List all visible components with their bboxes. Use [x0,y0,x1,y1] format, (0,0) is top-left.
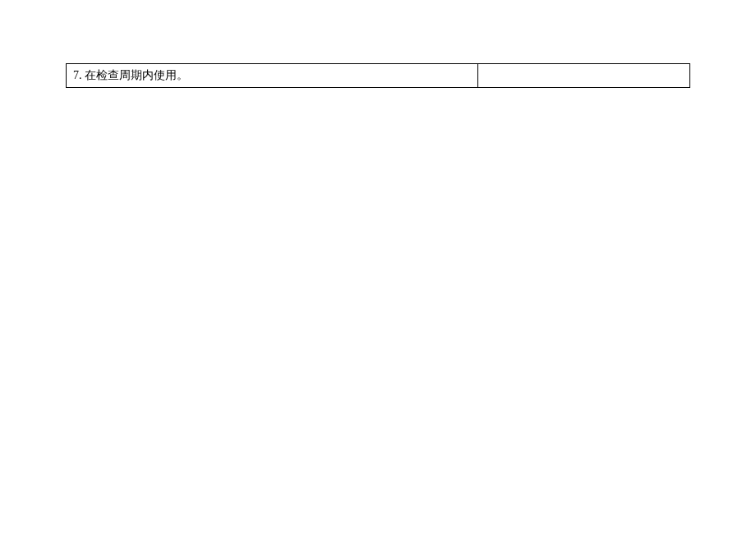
cell-text: 7. 在检查周期内使用。 [73,69,188,81]
table-cell-left: 7. 在检查周期内使用。 [67,64,478,88]
page-container: 7. 在检查周期内使用。 [0,0,756,88]
document-table: 7. 在检查周期内使用。 [66,63,690,88]
table-cell-right [477,64,689,88]
table-row: 7. 在检查周期内使用。 [67,64,690,88]
